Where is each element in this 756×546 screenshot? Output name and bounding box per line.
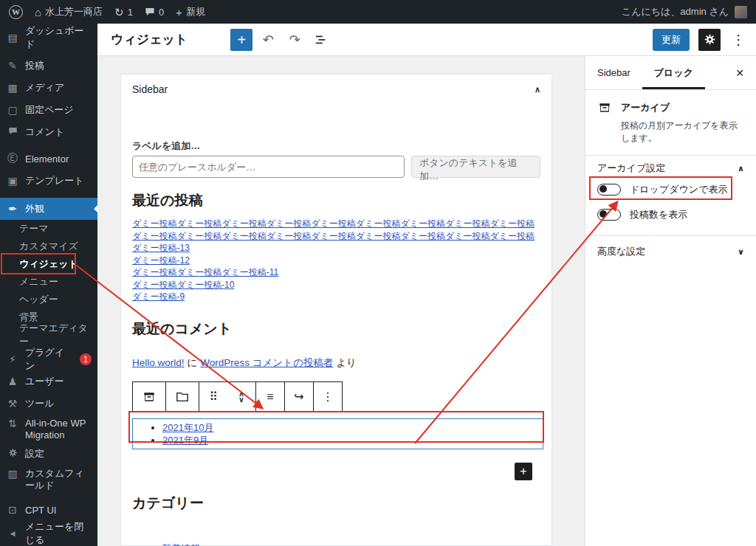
- sidebar-item-templates[interactable]: ▣ テンプレート: [0, 170, 97, 192]
- add-block-button[interactable]: +: [230, 29, 252, 51]
- display-as-dropdown-toggle[interactable]: [597, 184, 621, 196]
- recent-post-link[interactable]: ダミー投稿ダミー投稿-10: [132, 279, 540, 291]
- recent-post-link[interactable]: ダミー投稿-12: [132, 255, 540, 267]
- plugin-update-badge: 1: [80, 353, 92, 365]
- avatar[interactable]: [735, 6, 747, 18]
- close-icon: ✕: [735, 67, 744, 79]
- search-widget-label[interactable]: ラベルを追加…: [132, 139, 540, 151]
- recent-comments-heading: 最近のコメント: [132, 319, 540, 339]
- submenu-item-menus[interactable]: メニュー: [0, 273, 97, 291]
- sidebar-item-elementor[interactable]: Ⓔ Elementor: [0, 148, 97, 170]
- submenu-item-widgets[interactable]: ウィジェット: [0, 255, 97, 273]
- categories-list: 新着情報: [132, 542, 540, 546]
- page-title: ウィジェット: [111, 31, 188, 48]
- recent-post-link[interactable]: ダミー投稿ダミー投稿ダミー投稿ダミー投稿ダミー投稿ダミー投稿ダミー投稿ダミー投稿…: [132, 218, 540, 255]
- search-button-text-field[interactable]: ボタンのテキストを追加…: [411, 156, 540, 178]
- archive-item: 2021年10月: [162, 421, 543, 434]
- close-settings-button[interactable]: ✕: [724, 56, 756, 89]
- sidebar-item-label: 外観: [25, 202, 44, 215]
- sidebar-item-cpt-ui[interactable]: ⊡ CPT UI: [0, 499, 97, 521]
- archive-link[interactable]: 2021年10月: [162, 422, 213, 433]
- submenu-item-theme-editor[interactable]: テーマエディター: [0, 326, 97, 344]
- new-content-link[interactable]: + 新規: [176, 5, 205, 18]
- tab-sidebar[interactable]: Sidebar: [585, 56, 642, 89]
- editor-canvas: Sidebar ∧ ラベルを追加… ボタンのテキストを追加… 最近の投稿 ダミー…: [97, 56, 585, 546]
- align-button[interactable]: ≡: [256, 382, 284, 412]
- sidebar-item-media[interactable]: ▦ メディア: [0, 77, 97, 99]
- site-name-label: 水上芳一商店: [45, 5, 103, 18]
- greeting-label[interactable]: こんにちは、admin さん: [622, 5, 729, 18]
- sidebar-item-tools[interactable]: ⚒ ツール: [0, 393, 97, 415]
- sidebar-item-plugins[interactable]: ⚡ プラグイン 1: [0, 348, 97, 370]
- recent-posts-heading: 最近の投稿: [132, 191, 540, 210]
- block-switcher-button[interactable]: [133, 382, 165, 412]
- recent-post-link[interactable]: ダミー投稿-9: [132, 291, 540, 303]
- submenu-item-themes[interactable]: テーマ: [0, 220, 97, 238]
- undo-button[interactable]: ↶: [257, 29, 279, 51]
- move-down-icon: ∨: [238, 397, 244, 403]
- gear-icon: [6, 448, 19, 460]
- sidebar-item-label: All-in-One WP Migration: [25, 418, 92, 442]
- settings-toggle-button[interactable]: [698, 29, 721, 51]
- tab-block[interactable]: ブロック: [642, 56, 705, 89]
- settings-sidebar: Sidebar ブロック ✕ アーカイブ 投稿の月別アーカイブを表示します。 ア…: [585, 56, 756, 546]
- recent-comment-item: Hello world!にWordPress コメントの投稿者より: [132, 356, 540, 368]
- sidebar-item-custom-fields[interactable]: ▥ カスタムフィールド: [0, 465, 97, 493]
- inline-add-block-button[interactable]: +: [515, 463, 532, 480]
- plus-icon: +: [520, 465, 526, 477]
- comment-post-link[interactable]: Hello world!: [132, 357, 185, 368]
- search-input[interactable]: [132, 156, 405, 178]
- list-view-button[interactable]: [310, 29, 332, 51]
- advanced-panel-toggle[interactable]: 高度な設定 ∨: [585, 236, 756, 267]
- drag-handle[interactable]: ⠿: [199, 382, 227, 412]
- archive-link[interactable]: 2021年9月: [162, 435, 208, 446]
- block-toolbar: ⠿ ∧ ∨ ≡ ↪ ⋮: [132, 381, 343, 412]
- show-post-counts-toggle[interactable]: [597, 209, 621, 221]
- options-menu-button[interactable]: ⋮: [729, 32, 747, 48]
- search-widget: ボタンのテキストを追加…: [132, 156, 540, 178]
- sidebar-item-comments[interactable]: コメント: [0, 121, 97, 143]
- block-card-title: アーカイブ: [621, 101, 670, 114]
- admin-sidebar: ▤ ダッシュボード ✎ 投稿 ▦ メディア ▢ 固定ページ コメント Ⓔ Ele…: [0, 24, 97, 546]
- category-link[interactable]: 新着情報: [162, 543, 200, 546]
- submenu-item-customize[interactable]: カスタマイズ: [0, 238, 97, 255]
- update-button[interactable]: 更新: [653, 29, 690, 51]
- toggle-label: ドロップダウンで表示: [630, 183, 727, 196]
- sidebar-item-dashboard[interactable]: ▤ ダッシュボード: [0, 27, 97, 49]
- transform-button[interactable]: ↪: [285, 382, 313, 412]
- archive-settings-panel-toggle[interactable]: アーカイブ設定 ∧: [585, 156, 756, 181]
- move-to-widget-area-button[interactable]: [166, 382, 199, 412]
- block-options-button[interactable]: ⋮: [314, 382, 342, 412]
- site-name-link[interactable]: ⌂ 水上芳一商店: [35, 5, 103, 18]
- admin-bar: W ⌂ 水上芳一商店 ↻ 1 0 + 新規 こんにちは、admin さん: [0, 0, 756, 24]
- block-mover[interactable]: ∧ ∨: [227, 382, 255, 412]
- wp-logo[interactable]: W: [9, 5, 23, 19]
- block-appender-row: +: [132, 463, 540, 480]
- chevron-up-icon: ∧: [535, 85, 540, 94]
- chevron-down-icon: ∨: [738, 247, 744, 257]
- submenu-item-header[interactable]: ヘッダー: [0, 291, 97, 308]
- updates-link[interactable]: ↻ 1: [114, 7, 133, 18]
- sidebar-item-posts[interactable]: ✎ 投稿: [0, 55, 97, 77]
- advanced-title: 高度な設定: [597, 245, 645, 258]
- inspector-tabs: Sidebar ブロック ✕: [585, 56, 756, 90]
- archives-block-icon: [597, 100, 612, 115]
- sidebar-item-pages[interactable]: ▢ 固定ページ: [0, 99, 97, 121]
- comment-author-link[interactable]: WordPress コメントの投稿者: [200, 357, 333, 368]
- sidebar-item-users[interactable]: ♟ ユーザー: [0, 370, 97, 393]
- sidebar-item-settings[interactable]: 設定: [0, 443, 97, 465]
- sidebar-item-appearance[interactable]: ✒ 外観: [0, 198, 97, 220]
- sidebar-item-migration[interactable]: ⇅ All-in-One WP Migration: [0, 415, 97, 443]
- comments-link[interactable]: 0: [145, 7, 164, 18]
- recent-post-link[interactable]: ダミー投稿ダミー投稿ダミー投稿-11: [132, 266, 540, 279]
- redo-button[interactable]: ↷: [284, 29, 306, 51]
- sidebar-item-label: 投稿: [25, 59, 44, 72]
- archives-block[interactable]: 2021年10月 2021年9月: [132, 418, 543, 449]
- plus-icon: +: [176, 7, 182, 18]
- widget-area-header[interactable]: Sidebar ∧: [132, 75, 540, 104]
- sidebar-item-label: 固定ページ: [25, 103, 74, 117]
- sidebar-item-collapse-menu[interactable]: ◀ メニューを閉じる: [0, 522, 97, 545]
- collapse-panel-button[interactable]: ∧: [535, 85, 540, 94]
- submenu-label: ヘッダー: [19, 293, 58, 306]
- sidebar-item-label: ダッシュボード: [25, 24, 92, 51]
